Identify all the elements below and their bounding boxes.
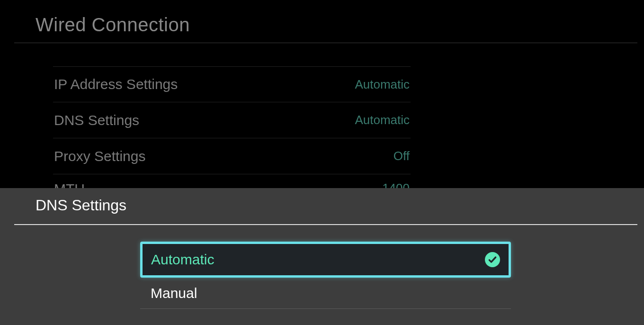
ip-address-settings-label: IP Address Settings — [54, 76, 178, 92]
settings-list: IP Address Settings Automatic DNS Settin… — [53, 66, 411, 174]
dns-option-manual-label: Manual — [151, 285, 197, 301]
dns-settings-row[interactable]: DNS Settings Automatic — [53, 102, 411, 138]
dialog-divider — [14, 224, 637, 225]
proxy-settings-value: Off — [394, 149, 410, 163]
dns-option-manual[interactable]: Manual — [140, 278, 511, 309]
proxy-settings-label: Proxy Settings — [54, 148, 145, 164]
check-icon — [485, 252, 500, 267]
dns-option-automatic[interactable]: Automatic — [140, 242, 511, 278]
proxy-settings-row[interactable]: Proxy Settings Off — [53, 138, 411, 174]
mtu-label: MTU — [54, 181, 85, 189]
mtu-settings-row[interactable]: MTU 1400 — [53, 174, 411, 189]
page-title: Wired Connection — [36, 14, 190, 36]
dns-settings-value: Automatic — [355, 113, 410, 127]
dns-option-list: Automatic Manual — [140, 242, 511, 309]
header-divider — [14, 43, 637, 43]
mtu-value: 1400 — [382, 181, 410, 189]
dns-option-automatic-label: Automatic — [151, 252, 214, 268]
dialog-title: DNS Settings — [36, 197, 126, 214]
ip-address-settings-value: Automatic — [355, 77, 410, 92]
dns-settings-label: DNS Settings — [54, 112, 139, 128]
ip-address-settings-row[interactable]: IP Address Settings Automatic — [53, 66, 411, 102]
dns-settings-dialog: DNS Settings Automatic Manual — [0, 188, 644, 325]
